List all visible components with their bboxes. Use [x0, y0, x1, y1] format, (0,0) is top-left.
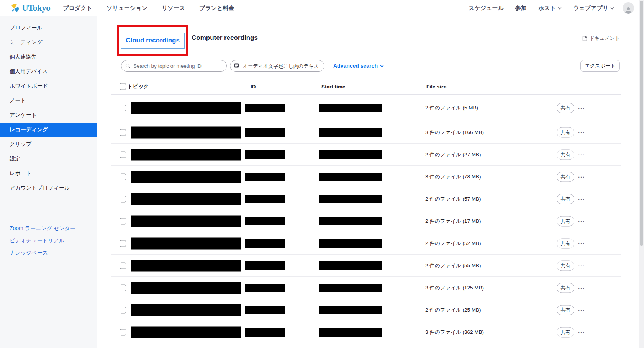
nav-item[interactable]: ソリューション [107, 5, 147, 12]
more-options-button[interactable]: ··· [578, 284, 585, 291]
redacted-meeting-id-bar [245, 239, 285, 248]
more-options-button[interactable]: ··· [578, 105, 585, 111]
sidebar-item-9[interactable]: 設定 [0, 152, 97, 166]
nav-item[interactable]: 参加 [515, 5, 527, 12]
chevron-down-icon [610, 7, 614, 10]
more-options-button[interactable]: ··· [578, 240, 585, 247]
sidebar-help-link[interactable]: ビデオチュートリアル [0, 235, 97, 247]
more-options-button[interactable]: ··· [578, 173, 585, 180]
sidebar-item-4[interactable]: ホワイトボード [0, 79, 97, 93]
recording-row: 2 件のファイル (27 MB) 共有 ··· [111, 144, 621, 166]
row-checkbox[interactable] [120, 284, 126, 291]
column-header-start-time: Start time [321, 83, 345, 89]
row-checkbox[interactable] [120, 129, 126, 136]
redacted-start-time-bar [319, 173, 382, 181]
share-button[interactable]: 共有 [557, 283, 574, 293]
row-checkbox[interactable] [120, 262, 126, 269]
redacted-meeting-id-bar [245, 306, 285, 314]
sidebar-item-7[interactable]: レコーディング [0, 123, 97, 137]
transcript-search-input[interactable] [230, 60, 324, 71]
share-button[interactable]: 共有 [557, 327, 574, 337]
tab-computer-recordings[interactable]: Computer recordings [192, 34, 258, 42]
share-button[interactable]: 共有 [557, 172, 574, 182]
redacted-start-time-bar [319, 128, 382, 137]
row-checkbox[interactable] [120, 173, 126, 180]
more-options-button[interactable]: ··· [578, 262, 585, 269]
file-size-text: 2 件のファイル (52 MB) [425, 240, 481, 247]
nav-item[interactable]: リソース [162, 5, 185, 12]
sidebar-item-2[interactable]: 個人連絡先 [0, 50, 97, 64]
advanced-search-toggle[interactable]: Advanced search [333, 60, 384, 72]
export-button[interactable]: エクスポート [580, 60, 620, 72]
avatar[interactable] [623, 2, 634, 14]
topic-search-input[interactable] [121, 60, 226, 71]
file-size-text: 2 件のファイル (27 MB) [425, 151, 481, 158]
row-checkbox[interactable] [120, 151, 126, 158]
primary-nav: プロダクト ソリューション リソース プランと料金 [63, 5, 234, 12]
share-button[interactable]: 共有 [557, 149, 574, 160]
nav-item[interactable]: ホスト [538, 5, 562, 12]
more-options-button[interactable]: ··· [578, 307, 585, 313]
redacted-topic-bar [131, 193, 241, 205]
redacted-topic-bar [131, 260, 241, 271]
file-size-text: 2 件のファイル (5 MB) [425, 105, 478, 111]
share-button[interactable]: 共有 [557, 103, 574, 113]
redacted-topic-bar [131, 304, 241, 316]
sidebar-item-3[interactable]: 個人用デバイス [0, 64, 97, 79]
utokyo-logo[interactable]: UTokyo [9, 3, 50, 13]
file-size-text: 2 件のファイル (17 MB) [425, 218, 481, 225]
more-options-button[interactable]: ··· [578, 196, 585, 202]
nav-item[interactable]: プロダクト [63, 5, 92, 12]
redacted-topic-bar [131, 149, 241, 160]
nav-item-label: スケジュール [469, 5, 504, 12]
share-button[interactable]: 共有 [557, 260, 574, 271]
share-button[interactable]: 共有 [557, 127, 574, 137]
scrollbar-thumb[interactable] [640, 1, 643, 246]
sidebar-item-0[interactable]: プロフィール [0, 21, 97, 35]
more-options-button[interactable]: ··· [578, 129, 585, 136]
sidebar-item-5[interactable]: ノート [0, 93, 97, 108]
more-options-button[interactable]: ··· [578, 218, 585, 224]
row-checkbox[interactable] [120, 218, 126, 224]
file-size-text: 2 件のファイル (55 MB) [425, 262, 481, 269]
nav-item[interactable]: ウェブアプリ [573, 5, 614, 12]
redacted-meeting-id-bar [245, 328, 285, 337]
row-checkbox[interactable] [120, 240, 126, 247]
sidebar-item-1[interactable]: ミーティング [0, 35, 97, 50]
sidebar-item-11[interactable]: アカウントプロフィール [0, 181, 97, 195]
row-checkbox[interactable] [120, 307, 126, 313]
share-button[interactable]: 共有 [557, 238, 574, 248]
nav-item-label: ソリューション [107, 5, 147, 12]
nav-item-label: リソース [162, 5, 185, 12]
share-button[interactable]: 共有 [557, 305, 574, 315]
share-button[interactable]: 共有 [557, 216, 574, 226]
sidebar-item-6[interactable]: アンケート [0, 108, 97, 123]
row-checkbox[interactable] [120, 196, 126, 202]
sidebar-item-8[interactable]: クリップ [0, 137, 97, 152]
row-checkbox[interactable] [120, 105, 126, 111]
page-scrollbar [639, 0, 644, 348]
audio-transcript-icon [234, 63, 240, 69]
file-size-text: 3 件のファイル (166 MB) [425, 129, 484, 136]
redacted-topic-bar [131, 282, 241, 294]
tab-cloud-recordings[interactable]: Cloud recordings [121, 33, 185, 49]
select-all-checkbox[interactable] [120, 83, 126, 90]
redacted-start-time-bar [319, 306, 382, 314]
row-checkbox[interactable] [120, 329, 126, 335]
documentation-link[interactable]: ドキュメント [582, 35, 620, 42]
sidebar-help-link[interactable]: Zoom ラーニング センター [0, 222, 97, 235]
redacted-meeting-id-bar [245, 128, 285, 137]
share-button[interactable]: 共有 [557, 194, 574, 204]
more-options-button[interactable]: ··· [578, 329, 585, 335]
nav-item[interactable]: スケジュール [469, 5, 504, 12]
column-header-topic: トピック [128, 83, 149, 90]
nav-item[interactable]: プランと料金 [199, 5, 234, 12]
chevron-down-icon [558, 7, 562, 10]
table-header-row: トピック ID Start time File size [111, 78, 621, 95]
recording-row: 2 件のファイル (55 MB) 共有 ··· [111, 255, 621, 277]
chevron-down-icon [380, 65, 384, 67]
sidebar-item-10[interactable]: レポート [0, 166, 97, 181]
more-options-button[interactable]: ··· [578, 151, 585, 158]
sidebar-help-link[interactable]: ナレッジベース [0, 247, 97, 259]
redacted-start-time-bar [319, 328, 382, 337]
